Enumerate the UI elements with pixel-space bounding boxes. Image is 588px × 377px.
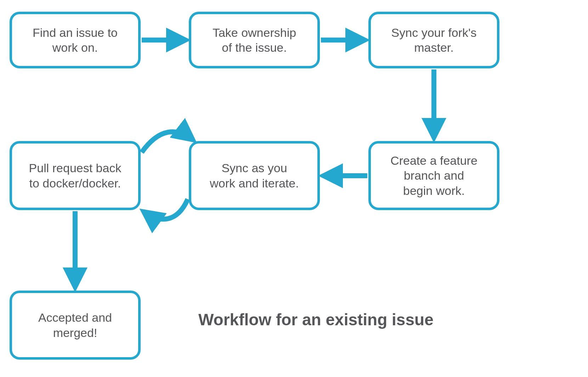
node-text: Create a feature branch and begin work.	[390, 153, 477, 198]
node-accepted: Accepted and merged!	[10, 291, 141, 360]
node-text: Sync as you work and iterate.	[210, 161, 299, 191]
node-text: Accepted and merged!	[38, 310, 112, 340]
node-create-branch: Create a feature branch and begin work.	[368, 141, 499, 210]
node-sync-fork: Sync your fork's master.	[368, 12, 499, 68]
node-text: Take ownership of the issue.	[213, 25, 296, 55]
node-text: Sync your fork's master.	[391, 25, 477, 55]
arrow-curve-icon	[143, 199, 188, 219]
arrow-curve-icon	[142, 132, 193, 152]
node-pull-request: Pull request back to docker/docker.	[10, 141, 141, 210]
node-text: Pull request back to docker/docker.	[29, 161, 121, 191]
node-find-issue: Find an issue to work on.	[10, 12, 141, 68]
diagram-title: Workflow for an existing issue	[198, 310, 434, 329]
workflow-diagram: Find an issue to work on. Take ownership…	[0, 0, 588, 377]
node-sync-iterate: Sync as you work and iterate.	[189, 141, 320, 210]
node-take-ownership: Take ownership of the issue.	[189, 12, 320, 68]
node-text: Find an issue to work on.	[33, 25, 118, 55]
